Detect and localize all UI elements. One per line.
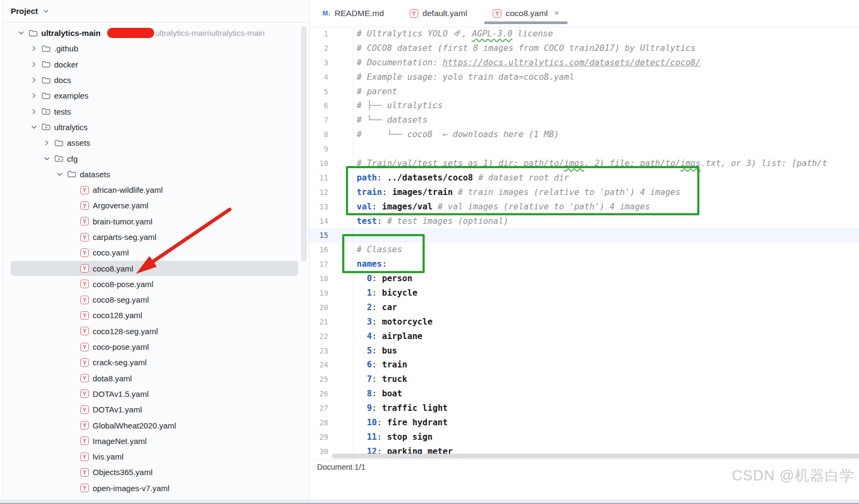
- tree-item-.github[interactable]: .github: [3, 41, 309, 56]
- yaml-file-icon: Y: [80, 483, 89, 493]
- yaml-file-icon: Y: [80, 216, 89, 226]
- line-text: # Train/val/test sets as 1) dir: path/to…: [328, 156, 827, 171]
- close-icon[interactable]: ×: [554, 9, 559, 18]
- yaml-file-icon: Y: [80, 436, 89, 446]
- project-panel-scrollbar[interactable]: [302, 27, 306, 261]
- tree-item-coco8-pose.yaml[interactable]: Ycoco8-pose.yaml: [3, 276, 309, 292]
- yaml-file-icon: Y: [80, 217, 89, 225]
- code-line-10[interactable]: 10# Train/val/test sets as 1) dir: path/…: [310, 156, 859, 171]
- tree-item-DOTAv1.yaml[interactable]: YDOTAv1.yaml: [3, 402, 309, 417]
- code-line-16[interactable]: 16# Classes: [310, 243, 859, 257]
- tree-item-label: tests: [54, 107, 71, 116]
- code-line-22[interactable]: 22 4: airplane: [310, 329, 859, 344]
- code-line-27[interactable]: 27 9: traffic light: [310, 401, 859, 416]
- code-line-15[interactable]: 15: [310, 228, 859, 243]
- chevron-right-icon[interactable]: [29, 76, 38, 85]
- code-line-2[interactable]: 2# COCO8 dataset (first 8 images from CO…: [310, 41, 859, 56]
- chevron-down-icon[interactable]: [42, 7, 50, 15]
- tree-item-docs[interactable]: docs: [3, 72, 309, 88]
- chevron-spacer: [68, 233, 77, 242]
- line-number: 15: [310, 228, 328, 243]
- tree-item-coco128-seg.yaml[interactable]: Ycoco128-seg.yaml: [3, 324, 309, 339]
- code-line-7[interactable]: 7# └── datasets: [310, 113, 859, 127]
- tree-item-Objects365.yaml[interactable]: YObjects365.yaml: [3, 464, 309, 480]
- chevron-down-icon[interactable]: [29, 123, 38, 131]
- code-line-5[interactable]: 5# parent: [310, 85, 859, 99]
- yaml-file-icon: Y: [80, 295, 89, 305]
- tree-item-tests[interactable]: tests: [3, 103, 309, 119]
- code-line-21[interactable]: 21 3: motorcycle: [310, 315, 859, 329]
- code-line-29[interactable]: 29 11: stop sign: [310, 430, 859, 445]
- chevron-right-icon[interactable]: [29, 60, 38, 69]
- tree-item-african-wildlife.yaml[interactable]: Yafrican-wildlife.yaml: [3, 182, 309, 198]
- tree-item-ImageNet.yaml[interactable]: YImageNet.yaml: [3, 433, 309, 449]
- tab-default.yaml[interactable]: Ydefault.yaml: [397, 0, 480, 27]
- yaml-file-icon: Y: [80, 201, 89, 210]
- code-line-11[interactable]: 11path: ../datasets/coco8 # dataset root…: [310, 171, 859, 185]
- tree-item-ultralytics-main[interactable]: ultralytics-mainultralytics-main\ultraly…: [3, 25, 309, 41]
- project-path-label: ultralytics-main\ultralytics-main: [155, 28, 265, 37]
- code-line-28[interactable]: 28 10: fire hydrant: [310, 416, 859, 430]
- tree-item-datasets[interactable]: datasets: [3, 167, 309, 182]
- code-line-20[interactable]: 20 2: car: [310, 300, 859, 315]
- tree-item-carparts-seg.yaml[interactable]: Ycarparts-seg.yaml: [3, 229, 309, 245]
- tree-item-coco.yaml[interactable]: Ycoco.yaml: [3, 245, 309, 260]
- code-line-4[interactable]: 4# Example usage: yolo train data=coco8.…: [310, 70, 859, 85]
- chevron-right-icon[interactable]: [42, 139, 51, 147]
- yaml-file-icon: Y: [80, 405, 89, 414]
- tree-item-cfg[interactable]: cfg: [3, 151, 309, 166]
- chevron-right-icon[interactable]: [29, 92, 38, 100]
- horizontal-scrollbar[interactable]: [332, 454, 859, 458]
- code-line-14[interactable]: 14test: # test images (optional): [310, 214, 859, 229]
- line-text: 2: car: [328, 300, 397, 315]
- code-editor[interactable]: 1# Ultralytics YOLO , AGPL-3.0 license2#…: [310, 27, 859, 480]
- code-line-17[interactable]: 17names:: [310, 257, 859, 272]
- tree-item-label: african-wildlife.yaml: [93, 185, 163, 194]
- tree-item-coco128.yaml[interactable]: Ycoco128.yaml: [3, 307, 309, 323]
- tab-coco8.yaml[interactable]: Ycoco8.yaml×: [480, 0, 572, 27]
- code-line-8[interactable]: 8# └── coco8 ← downloads here (1 MB): [310, 127, 859, 142]
- tree-item-Argoverse.yaml[interactable]: YArgoverse.yaml: [3, 198, 309, 213]
- chevron-spacer: [68, 358, 77, 367]
- code-line-13[interactable]: 13val: images/val # val images (relative…: [310, 200, 859, 214]
- code-line-24[interactable]: 24 6: train: [310, 358, 859, 372]
- tree-item-brain-tumor.yaml[interactable]: Ybrain-tumor.yaml: [3, 214, 309, 229]
- line-text: 4: airplane: [328, 329, 423, 344]
- tree-item-DOTAv1.5.yaml[interactable]: YDOTAv1.5.yaml: [3, 386, 309, 402]
- chevron-down-icon[interactable]: [55, 170, 64, 178]
- tree-item-coco8.yaml[interactable]: Ycoco8.yaml: [3, 260, 309, 276]
- chevron-down-icon[interactable]: [42, 154, 51, 163]
- tree-item-GlobalWheat2020.yaml[interactable]: YGlobalWheat2020.yaml: [3, 417, 309, 433]
- tree-item-coco8-seg.yaml[interactable]: Ycoco8-seg.yaml: [3, 292, 309, 307]
- folder-icon: [41, 59, 51, 69]
- code-line-6[interactable]: 6# ├── ultralytics: [310, 99, 859, 113]
- code-line-18[interactable]: 18 0: person: [310, 272, 859, 286]
- chevron-down-icon[interactable]: [17, 29, 25, 37]
- code-line-9[interactable]: 9: [310, 142, 859, 156]
- tree-item-lvis.yaml[interactable]: Ylvis.yaml: [3, 449, 309, 464]
- tree-item-docker[interactable]: docker: [3, 57, 309, 72]
- chevron-right-icon[interactable]: [29, 44, 38, 53]
- tab-README.md[interactable]: M↓README.md: [310, 0, 397, 27]
- tree-item-label: .github: [54, 44, 78, 53]
- tree-item-coco-pose.yaml[interactable]: Ycoco-pose.yaml: [3, 339, 309, 355]
- code-line-3[interactable]: 3# Documentation: https://docs.ultralyti…: [310, 56, 859, 70]
- tree-item-open-images-v7.yaml[interactable]: Yopen-images-v7.yaml: [3, 480, 309, 496]
- project-panel-header[interactable]: Project: [3, 0, 309, 22]
- chevron-right-icon[interactable]: [29, 107, 38, 116]
- line-number: 22: [310, 329, 328, 344]
- tree-item-label: coco.yaml: [93, 248, 129, 257]
- code-line-26[interactable]: 26 8: boat: [310, 387, 859, 401]
- tree-item-ultralytics[interactable]: ultralytics: [3, 119, 309, 135]
- code-line-12[interactable]: 12train: images/train # train images (re…: [310, 185, 859, 200]
- code-line-25[interactable]: 25 7: truck: [310, 372, 859, 387]
- code-line-19[interactable]: 19 1: bicycle: [310, 286, 859, 300]
- line-text: # parent: [328, 85, 397, 99]
- tree-item-crack-seg.yaml[interactable]: Ycrack-seg.yaml: [3, 355, 309, 370]
- tree-item-dota8.yaml[interactable]: Ydota8.yaml: [3, 371, 309, 386]
- code-line-1[interactable]: 1# Ultralytics YOLO , AGPL-3.0 license: [310, 27, 859, 41]
- yaml-file-icon: Y: [80, 420, 89, 430]
- tree-item-examples[interactable]: examples: [3, 88, 309, 103]
- tree-item-assets[interactable]: assets: [3, 135, 309, 151]
- code-line-23[interactable]: 23 5: bus: [310, 344, 859, 358]
